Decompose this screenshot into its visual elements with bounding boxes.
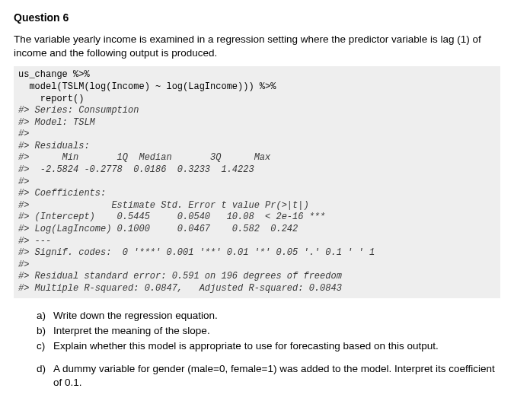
code-line: #> Multiple R-squared: 0.0847, Adjusted … — [18, 283, 342, 294]
part-text: Explain whether this model is appropriat… — [53, 339, 500, 353]
code-line: report() — [18, 94, 84, 104]
code-line: #> Residual standard error: 0.591 on 196… — [18, 271, 342, 282]
code-line: #> Model: TSLM — [18, 117, 95, 128]
part-text: Interpret the meaning of the slope. — [53, 324, 500, 338]
code-line: #> -2.5824 -0.2778 0.0186 0.3233 1.4223 — [18, 164, 254, 175]
part-c: c) Explain whether this model is appropr… — [37, 339, 500, 353]
r-output-block: us_change %>% model(TSLM(log(Income) ~ l… — [14, 66, 500, 298]
part-label: d) — [37, 362, 53, 390]
part-label: c) — [37, 339, 53, 353]
part-d: d) A dummy variable for gender (male=0, … — [37, 362, 500, 390]
code-line: #> Log(LagIncome) 0.1000 0.0467 0.582 0.… — [18, 224, 298, 234]
question-intro: The variable yearly income is examined i… — [14, 33, 500, 60]
question-title: Question 6 — [14, 11, 500, 25]
part-label: a) — [37, 309, 53, 323]
part-text: A dummy variable for gender (male=0, fem… — [53, 362, 500, 390]
code-line: #> Residuals: — [18, 141, 90, 151]
code-line: #> --- — [18, 236, 51, 247]
code-line: #> Min 1Q Median 3Q Max — [18, 152, 270, 163]
part-a: a) Write down the regression equation. — [37, 309, 500, 323]
code-line: #> Coefficients: — [18, 188, 106, 199]
code-line: #> Signif. codes: 0 '***' 0.001 '**' 0.0… — [18, 247, 375, 258]
code-line: #> — [18, 259, 29, 270]
code-line: #> — [18, 177, 29, 187]
code-line: us_change %>% — [18, 69, 90, 80]
part-label: b) — [37, 324, 53, 338]
code-line: #> — [18, 129, 29, 139]
code-line: #> (Intercept) 0.5445 0.0540 10.08 < 2e-… — [18, 212, 325, 222]
part-b: b) Interpret the meaning of the slope. — [37, 324, 500, 338]
sub-questions: a) Write down the regression equation. b… — [37, 309, 500, 390]
code-line: model(TSLM(log(Income) ~ log(LagIncome))… — [18, 81, 276, 92]
part-text: Write down the regression equation. — [53, 309, 500, 323]
code-line: #> Estimate Std. Error t value Pr(>|t|) — [18, 200, 309, 211]
code-line: #> Series: Consumption — [18, 105, 139, 116]
